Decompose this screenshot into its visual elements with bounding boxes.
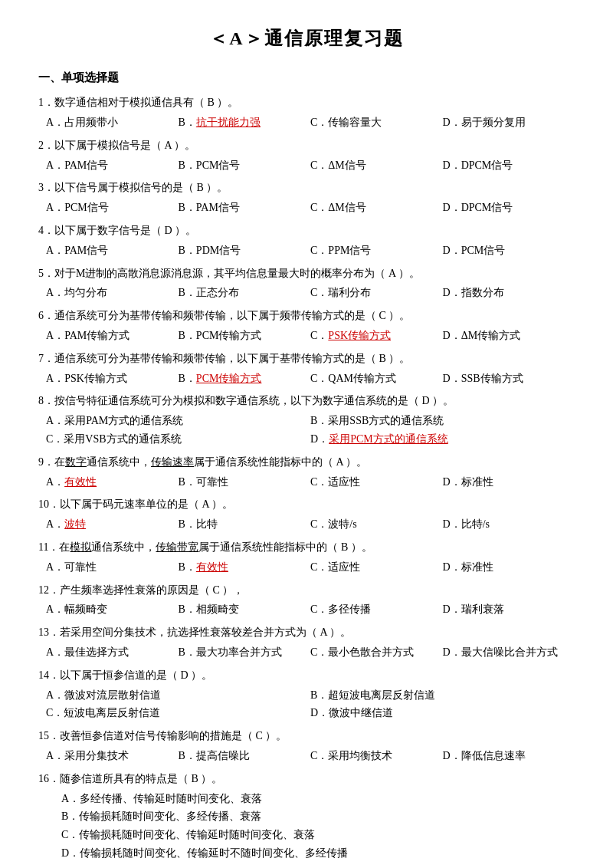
options-row: A．PAM信号B．PDM信号C．PPM信号D．PCM信号 [38, 242, 575, 260]
options-row: A．采用分集技术B．提高信噪比C．采用均衡技术D．降低信息速率 [38, 747, 575, 765]
option-B: B．正态分布 [179, 284, 311, 302]
option-A: A．PAM传输方式 [46, 327, 179, 345]
options-row: A．采用PAM方式的通信系统B．采用SSB方式的通信系统C．采用VSB方式的通信… [38, 412, 575, 449]
question-1: 1．数字通信相对于模拟通信具有（ B ）。A．占用频带小B．抗干扰能力强C．传输… [38, 94, 575, 132]
option-B: B．PDM信号 [179, 242, 311, 260]
options-row: A．微波对流层散射信道B．超短波电离层反射信道C．短波电离层反射信道D．微波中继… [38, 686, 575, 723]
question-text: 8．按信号特征通信系统可分为模拟和数字通信系统，以下为数字通信系统的是（ D ）… [38, 392, 575, 410]
question-text: 1．数字通信相对于模拟通信具有（ B ）。 [38, 94, 575, 112]
option-C: C．传输容量大 [310, 113, 443, 132]
question-11: 11．在模拟通信系统中，传输带宽属于通信系统性能指标中的（ B ）。A．可靠性B… [38, 538, 575, 577]
question-text: 2．以下属于模拟信号是（ A ）。 [38, 136, 575, 155]
option-C: C．ΔM信号 [310, 156, 443, 175]
option-D: D．DPCM信号 [443, 199, 575, 217]
option-A: A．PAM信号 [46, 156, 179, 175]
option-A: A．PSK传输方式 [46, 370, 179, 388]
question-text: 10．以下属于码元速率单位的是（ A ）。 [38, 495, 575, 514]
options-row: A．占用频带小B．抗干扰能力强C．传输容量大D．易于频分复用 [38, 113, 575, 132]
options-row: A．波特B．比特C．波特/sD．比特/s [38, 515, 575, 534]
option-D: D．指数分布 [443, 284, 575, 302]
question-3: 3．以下信号属于模拟信号的是（ B ）。A．PCM信号B．PAM信号C．ΔM信号… [38, 179, 575, 217]
option-B: B．采用SSB方式的通信系统 [310, 412, 575, 430]
option-A: A．采用分集技术 [46, 747, 179, 765]
question-text: 12．产生频率选择性衰落的原因是（ C ）， [38, 581, 575, 600]
question-text: 13．若采用空间分集技术，抗选择性衰落较差合并方式为（ A ）。 [38, 623, 575, 642]
option-A: A．波特 [46, 515, 179, 534]
option-C: C．短波电离层反射信道 [46, 704, 310, 722]
question-text: 14．以下属于恒参信道的是（ D ）。 [38, 666, 575, 685]
question-text: 11．在模拟通信系统中，传输带宽属于通信系统性能指标中的（ B ）。 [38, 538, 575, 557]
option-D: D．标准性 [443, 473, 575, 492]
option-B: B．PAM信号 [179, 199, 311, 217]
option-B: B．相频畸变 [179, 600, 311, 619]
option-B: B．比特 [179, 515, 311, 534]
option-B: B．抗干扰能力强 [179, 113, 311, 132]
option-C: C．瑞利分布 [310, 284, 443, 302]
option-D: D．最大信噪比合并方式 [443, 643, 575, 662]
option-C: C．PPM信号 [310, 242, 443, 260]
options-row: A．PCM信号B．PAM信号C．ΔM信号D．DPCM信号 [38, 199, 575, 217]
option-D: D．DPCM信号 [443, 156, 575, 175]
question-15: 15．改善恒参信道对信号传输影响的措施是（ C ）。A．采用分集技术B．提高信噪… [38, 727, 575, 765]
option-A: A．微波对流层散射信道 [46, 686, 310, 705]
question-text: 4．以下属于数字信号是（ D ）。 [38, 222, 575, 240]
option-A: A．占用频带小 [46, 113, 179, 132]
options-block: A．多经传播、传输延时随时间变化、衰落B．传输损耗随时间变化、多经传播、衰落C．… [38, 790, 575, 863]
option-A: A．幅频畸变 [46, 600, 179, 619]
option-A: A．有效性 [46, 473, 179, 492]
option-A: A．采用PAM方式的通信系统 [46, 412, 310, 430]
option-C: C．ΔM信号 [310, 199, 443, 217]
option-A: A．多经传播、传输延时随时间变化、衰落 [46, 790, 575, 808]
option-D: D．易于频分复用 [443, 113, 575, 132]
section-label: 一、单项选择题 [38, 68, 575, 88]
question-text: 7．通信系统可分为基带传输和频带传输，以下属于基带传输方式的是（ B ）。 [38, 350, 575, 368]
question-4: 4．以下属于数字信号是（ D ）。A．PAM信号B．PDM信号C．PPM信号D．… [38, 222, 575, 260]
question-text: 9．在数字通信系统中，传输速率属于通信系统性能指标中的（ A ）。 [38, 453, 575, 472]
question-8: 8．按信号特征通信系统可分为模拟和数字通信系统，以下为数字通信系统的是（ D ）… [38, 392, 575, 448]
option-B: B．可靠性 [179, 473, 311, 492]
option-B: B．最大功率合并方式 [179, 643, 311, 662]
option-A: A．最佳选择方式 [46, 643, 179, 662]
option-B: B．传输损耗随时间变化、多经传播、衰落 [46, 807, 575, 826]
option-A: A．可靠性 [46, 558, 179, 577]
questions-container: 1．数字通信相对于模拟通信具有（ B ）。A．占用频带小B．抗干扰能力强C．传输… [38, 94, 575, 868]
option-C: C．最小色散合并方式 [310, 643, 443, 662]
question-13: 13．若采用空间分集技术，抗选择性衰落较差合并方式为（ A ）。A．最佳选择方式… [38, 623, 575, 662]
option-B: B．超短波电离层反射信道 [310, 686, 575, 705]
options-row: A．有效性B．可靠性C．适应性D．标准性 [38, 473, 575, 492]
question-16: 16．随参信道所具有的特点是（ B ）。A．多经传播、传输延时随时间变化、衰落B… [38, 770, 575, 863]
option-C: C．采用VSB方式的通信系统 [46, 430, 310, 449]
question-12: 12．产生频率选择性衰落的原因是（ C ），A．幅频畸变B．相频畸变C．多径传播… [38, 581, 575, 620]
option-C: C．PSK传输方式 [310, 327, 443, 345]
question-text: 5．对于M进制的高散消息源消息源，其平均信息量最大时的概率分布为（ A ）。 [38, 265, 575, 283]
option-B: B．提高信噪比 [179, 747, 311, 765]
question-10: 10．以下属于码元速率单位的是（ A ）。A．波特B．比特C．波特/sD．比特/… [38, 495, 575, 534]
question-14: 14．以下属于恒参信道的是（ D ）。A．微波对流层散射信道B．超短波电离层反射… [38, 666, 575, 722]
option-C: C．适应性 [310, 473, 443, 492]
option-D: D．瑞利衰落 [443, 600, 575, 619]
question-text: 6．通信系统可分为基带传输和频带传输，以下属于频带传输方式的是（ C ）。 [38, 307, 575, 325]
option-C: C．适应性 [310, 558, 443, 577]
option-D: D．标准性 [443, 558, 575, 577]
option-C: C．采用均衡技术 [310, 747, 443, 765]
option-C: C．传输损耗随时间变化、传输延时随时间变化、衰落 [46, 826, 575, 844]
options-row: A．幅频畸变B．相频畸变C．多径传播D．瑞利衰落 [38, 600, 575, 619]
question-9: 9．在数字通信系统中，传输速率属于通信系统性能指标中的（ A ）。A．有效性B．… [38, 453, 575, 492]
question-text: 3．以下信号属于模拟信号的是（ B ）。 [38, 179, 575, 197]
option-B: B．有效性 [179, 558, 311, 577]
options-row: A．PAM传输方式B．PCM传输方式C．PSK传输方式D．ΔM传输方式 [38, 327, 575, 345]
options-row: A．PSK传输方式B．PCM传输方式C．QAM传输方式D．SSB传输方式 [38, 370, 575, 388]
option-D: D．采用PCM方式的通信系统 [310, 430, 575, 449]
option-C: C．QAM传输方式 [310, 370, 443, 388]
question-5: 5．对于M进制的高散消息源消息源，其平均信息量最大时的概率分布为（ A ）。A．… [38, 265, 575, 303]
option-D: D．传输损耗随时间变化、传输延时不随时间变化、多经传播 [46, 844, 575, 863]
question-6: 6．通信系统可分为基带传输和频带传输，以下属于频带传输方式的是（ C ）。A．P… [38, 307, 575, 345]
option-D: D．ΔM传输方式 [443, 327, 575, 345]
options-row: A．均匀分布B．正态分布C．瑞利分布D．指数分布 [38, 284, 575, 302]
options-row: A．最佳选择方式B．最大功率合并方式C．最小色散合并方式D．最大信噪比合并方式 [38, 643, 575, 662]
option-B: B．PCM信号 [179, 156, 311, 175]
option-D: D．比特/s [443, 515, 575, 534]
option-D: D．微波中继信道 [310, 704, 575, 722]
option-D: D．SSB传输方式 [443, 370, 575, 388]
option-A: A．PCM信号 [46, 199, 179, 217]
